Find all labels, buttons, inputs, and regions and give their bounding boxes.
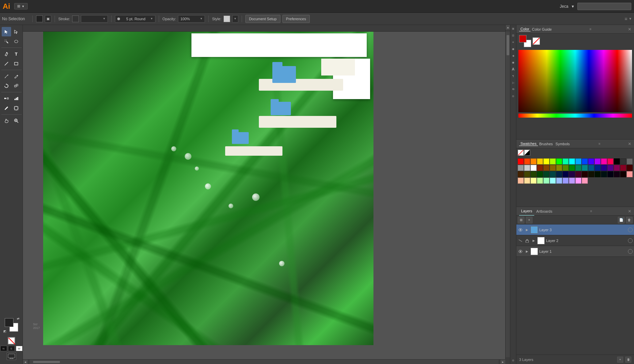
swatch-item-7[interactable] — [563, 158, 569, 164]
swatch-item-2[interactable] — [531, 158, 537, 164]
swatch-item-64[interactable] — [582, 178, 588, 184]
foreground-color-swatch[interactable] — [5, 318, 13, 327]
scroll-right-arrow[interactable]: ► — [501, 360, 505, 364]
canvas-vertical-scrollbar[interactable]: ▲ ▼ — [505, 25, 510, 364]
swatch-item-63[interactable] — [575, 178, 581, 184]
layer-2-lock[interactable] — [524, 238, 530, 243]
swatch-item-42[interactable] — [556, 171, 562, 177]
none-swatch[interactable] — [518, 150, 524, 156]
swatch-item-15[interactable] — [614, 158, 620, 164]
tab-artboards[interactable]: Artboards — [534, 207, 554, 216]
layer-2-expand[interactable]: ▶ — [531, 238, 536, 243]
swatch-item-59[interactable] — [550, 178, 556, 184]
tab-symbols[interactable]: Symbols — [554, 142, 571, 146]
swatch-item-45[interactable] — [575, 171, 581, 177]
direct-selection-tool[interactable] — [11, 27, 21, 36]
layer-2-visibility[interactable] — [518, 238, 523, 243]
bottom-panel-icon[interactable]: ⊙ — [511, 358, 516, 363]
swatch-item-41[interactable] — [550, 171, 556, 177]
blend-tool[interactable] — [2, 94, 11, 103]
scroll-up-arrow[interactable]: ▲ — [506, 25, 510, 30]
swatch-item-61[interactable] — [563, 178, 569, 184]
sync-icon[interactable]: ⊙ — [511, 94, 516, 98]
swatch-item-21[interactable] — [537, 165, 543, 171]
tab-brushes[interactable]: Brushes — [538, 142, 554, 146]
hand-tool[interactable] — [2, 116, 11, 125]
swatch-item-14[interactable] — [607, 158, 613, 164]
type-panel-icon[interactable]: A — [511, 67, 516, 71]
layers-view-btn[interactable]: ⊞ — [518, 217, 524, 223]
stroke-swatch[interactable] — [72, 16, 79, 22]
swatch-item-19[interactable] — [524, 165, 530, 171]
swatch-item-51[interactable] — [614, 171, 620, 177]
scroll-track-h[interactable] — [30, 360, 499, 364]
paintbrush-tool[interactable] — [2, 71, 11, 81]
color-panel-expand[interactable]: ≡ — [590, 27, 592, 31]
paragraph-icon[interactable]: ¶ — [511, 73, 516, 78]
swatch-item-27[interactable] — [575, 165, 581, 171]
tab-layers[interactable]: Layers — [519, 207, 534, 216]
swatch-item-49[interactable] — [601, 171, 607, 177]
swatch-item-12[interactable] — [595, 158, 601, 164]
layer-row-2[interactable]: ▶ Layer 2 — [516, 235, 634, 246]
swatch-item-33[interactable] — [614, 165, 620, 171]
swap-colors-icon[interactable]: ⇄ — [17, 317, 20, 320]
scale-tool[interactable] — [11, 81, 21, 91]
rotate-tool[interactable] — [2, 81, 11, 91]
graphic-styles-icon[interactable]: ◉ — [511, 60, 516, 65]
swatch-item-31[interactable] — [601, 165, 607, 171]
canvas-horizontal-scrollbar[interactable]: ◄ ► — [23, 359, 505, 364]
swatch-item-3[interactable] — [537, 158, 543, 164]
color-picker-area[interactable] — [518, 50, 632, 112]
registration-swatch[interactable] — [524, 150, 530, 156]
scroll-track-v[interactable] — [506, 32, 510, 357]
swatch-item-30[interactable] — [595, 165, 601, 171]
swatch-item-34[interactable] — [620, 165, 626, 171]
delete-layer-btn[interactable]: 🗑 — [625, 357, 631, 363]
rect-tool[interactable] — [11, 59, 21, 68]
artboard-tool[interactable] — [11, 103, 21, 113]
stroke-width-control[interactable]: ▼ — [81, 15, 108, 23]
swatch-item-6[interactable] — [556, 158, 562, 164]
swatch-item-58[interactable] — [543, 178, 549, 184]
swatch-item-11[interactable] — [588, 158, 594, 164]
swatches-panel-expand[interactable]: ≡ — [599, 142, 601, 146]
swatch-item-26[interactable] — [569, 165, 575, 171]
layer-1-target[interactable] — [628, 249, 633, 254]
folder-icon-3[interactable] — [232, 129, 249, 144]
layer-3-target[interactable] — [628, 228, 633, 232]
no-color-indicator[interactable] — [8, 337, 15, 344]
scroll-thumb-h[interactable] — [33, 361, 60, 363]
zoom-tool[interactable] — [11, 116, 21, 125]
swatch-item-24[interactable] — [556, 165, 562, 171]
style-caret-control[interactable]: ▼ — [232, 15, 238, 23]
swatch-item-22[interactable] — [543, 165, 549, 171]
align-icon[interactable]: ≡ — [511, 40, 516, 44]
scroll-left-arrow[interactable]: ◄ — [23, 360, 28, 364]
layers-panel-close[interactable]: ✕ — [628, 209, 631, 214]
white-mode-btn[interactable]: W — [16, 346, 23, 351]
color-panel-close[interactable]: ✕ — [628, 27, 631, 32]
swatch-item-28[interactable] — [582, 165, 588, 171]
links-icon[interactable]: ⧉ — [511, 87, 516, 92]
swatch-item-4[interactable] — [543, 158, 549, 164]
swatch-item-29[interactable] — [588, 165, 594, 171]
swatch-item-62[interactable] — [569, 178, 575, 184]
selection-tool[interactable] — [2, 27, 11, 36]
folder-icon-2[interactable] — [271, 99, 291, 115]
normal-mode-btn[interactable]: N — [0, 346, 7, 351]
canvas-area[interactable]: ▲ — [23, 25, 510, 364]
default-colors-icon[interactable]: ◩ — [3, 330, 6, 333]
swatch-item-36[interactable] — [518, 171, 524, 177]
swatch-item-44[interactable] — [569, 171, 575, 177]
swatch-item-50[interactable] — [607, 171, 613, 177]
fill-swatch[interactable] — [36, 16, 43, 22]
panel-toggle[interactable]: ≡ — [625, 16, 627, 22]
swatch-item-46[interactable] — [582, 171, 588, 177]
appearance-icon[interactable]: ◈ — [511, 53, 516, 58]
swatch-item-43[interactable] — [563, 171, 569, 177]
fill-control[interactable]: ▣ — [45, 15, 51, 23]
scroll-thumb-v[interactable] — [507, 35, 509, 55]
swatch-item-60[interactable] — [556, 178, 562, 184]
panel-caret[interactable]: ▼ — [629, 17, 632, 21]
